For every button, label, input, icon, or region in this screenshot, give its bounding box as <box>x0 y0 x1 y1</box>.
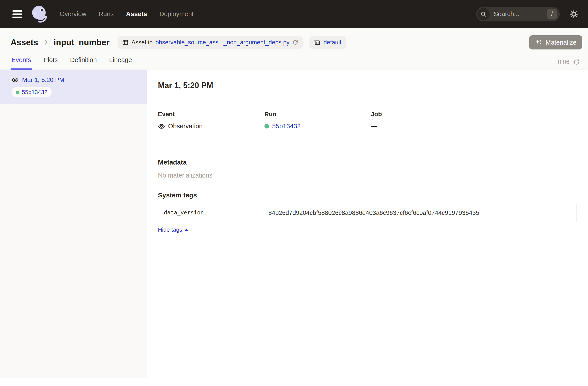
hamburger-icon <box>12 14 22 15</box>
refresh-icon <box>573 59 580 66</box>
refresh-events-button[interactable] <box>573 59 580 66</box>
search-icon <box>477 8 490 20</box>
breadcrumb-assets-link[interactable]: Assets <box>11 38 38 47</box>
nav-item-runs[interactable]: Runs <box>99 10 114 18</box>
job-column-label: Job <box>371 111 477 118</box>
eye-icon <box>158 123 165 130</box>
search-input[interactable] <box>490 10 547 18</box>
event-timestamp-link[interactable]: Mar 1, 5:20 PM <box>22 76 64 83</box>
tab-plots[interactable]: Plots <box>43 56 59 70</box>
event-list-sidebar: Mar 1, 5:20 PM 55b13432 <box>0 70 147 378</box>
breadcrumb-current: input_number <box>54 38 109 47</box>
hamburger-icon <box>12 17 22 18</box>
materialize-button[interactable]: Materialize <box>529 35 582 49</box>
tag-value-cell: 84b26d7d9204cbf588026c8a9886d403a6c9637c… <box>263 204 576 222</box>
top-nav: Overview Runs Assets Deployment / <box>0 0 588 28</box>
table-icon <box>122 39 128 46</box>
tab-events[interactable]: Events <box>11 56 32 70</box>
tab-bar: Events Plots Definition Lineage 0:06 <box>0 50 588 70</box>
eye-icon <box>12 76 19 83</box>
event-list-item-selected[interactable]: Mar 1, 5:20 PM 55b13432 <box>0 70 147 104</box>
event-type-value: Observation <box>168 122 203 130</box>
run-status-dot <box>264 124 269 128</box>
system-tags-section-title: System tags <box>158 191 577 199</box>
sparkle-icon <box>535 39 543 46</box>
job-value: — <box>371 122 377 130</box>
default-location-link[interactable]: default <box>323 39 341 46</box>
gear-icon <box>569 10 578 19</box>
page-header: Assets input_number Asset in observable_… <box>0 28 588 70</box>
event-column-label: Event <box>158 111 264 118</box>
dagster-logo-icon[interactable] <box>29 3 50 25</box>
nav-item-overview[interactable]: Overview <box>60 10 86 18</box>
asset-file-link[interactable]: observable_source_ass..._non_argument_de… <box>155 39 289 46</box>
tab-definition[interactable]: Definition <box>69 56 98 70</box>
metadata-section-title: Metadata <box>158 159 577 166</box>
nav-item-deployment[interactable]: Deployment <box>160 10 194 18</box>
hamburger-icon <box>12 10 22 12</box>
chevron-right-icon <box>42 39 50 46</box>
run-column-label: Run <box>264 111 371 118</box>
refresh-countdown: 0:06 <box>558 59 569 66</box>
event-detail-panel: Mar 1, 5:20 PM Event Observation Run <box>147 70 588 378</box>
refresh-asset-button[interactable] <box>292 39 298 45</box>
run-id-link[interactable]: 55b13432 <box>272 122 301 130</box>
run-status-dot <box>16 91 20 94</box>
event-title: Mar 1, 5:20 PM <box>158 81 577 90</box>
run-id-badge[interactable]: 55b13432 <box>12 87 52 97</box>
repo-icon <box>314 39 320 46</box>
run-id-label: 55b13432 <box>22 89 47 96</box>
settings-button[interactable] <box>569 10 578 19</box>
asset-in-label: Asset in <box>131 39 153 46</box>
nav-item-assets[interactable]: Assets <box>126 10 147 18</box>
tag-key-cell: data_version <box>158 204 263 222</box>
asset-location-pill: Asset in observable_source_ass..._non_ar… <box>118 36 303 49</box>
app-screen: Overview Runs Assets Deployment / <box>0 0 588 386</box>
metadata-empty-text: No materializations <box>158 172 577 179</box>
materialize-label: Materialize <box>546 39 577 46</box>
system-tags-table: data_version 84b26d7d9204cbf588026c8a988… <box>158 204 577 222</box>
hide-tags-label: Hide tags <box>158 226 182 233</box>
breadcrumb: Assets input_number <box>11 38 109 47</box>
tab-lineage[interactable]: Lineage <box>108 56 133 70</box>
caret-up-icon <box>185 228 189 231</box>
refresh-icon <box>292 39 298 45</box>
primary-nav: Overview Runs Assets Deployment <box>60 10 193 18</box>
code-location-pill: default <box>310 36 346 49</box>
menu-button[interactable] <box>12 10 22 18</box>
search-shortcut-badge: / <box>547 9 557 20</box>
divider <box>158 104 577 104</box>
divider <box>158 147 577 147</box>
hide-tags-link[interactable]: Hide tags <box>158 226 189 233</box>
search-box[interactable]: / <box>476 7 560 21</box>
